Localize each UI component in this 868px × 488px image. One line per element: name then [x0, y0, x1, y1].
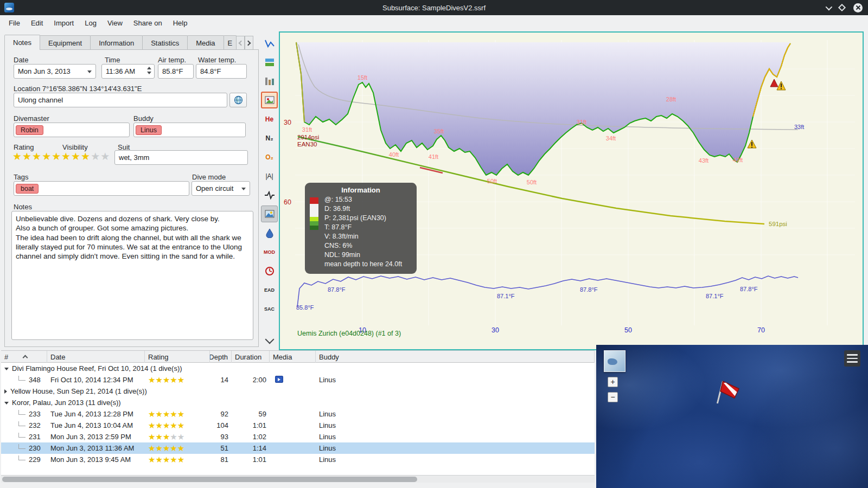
- menu-file[interactable]: File: [3, 15, 25, 31]
- map-zoom-out-button[interactable]: −: [608, 392, 618, 402]
- oxygen-toggle-button[interactable]: O₂: [261, 149, 278, 165]
- maximize-icon[interactable]: [838, 4, 846, 11]
- toolbar-scroll-down-icon[interactable]: [265, 335, 274, 344]
- visibility-stars[interactable]: ★★★★★: [61, 151, 110, 162]
- collapse-arrow-icon[interactable]: [4, 368, 9, 370]
- heartrate-toggle-button[interactable]: [261, 187, 278, 203]
- collapse-arrow-icon[interactable]: [4, 402, 9, 404]
- photos-toggle-button[interactable]: [261, 92, 278, 108]
- dive-mode-combobox[interactable]: Open circuit: [192, 181, 250, 196]
- rating-stars: ★★★★★: [145, 410, 210, 418]
- dive-row-230-selected[interactable]: 230 Mon Jun 3, 2013 11:36 AM ★★★★★ 51 1:…: [1, 442, 595, 454]
- dive-row-231[interactable]: 231 Mon Jun 3, 2013 2:59 PM ★★★★★ 93 1:0…: [1, 431, 595, 442]
- nitrogen-toggle-button[interactable]: N₂: [261, 130, 278, 146]
- depth-label: 50ft: [527, 179, 537, 185]
- trip-row-yellow-house[interactable]: Yellow House, Sun Sep 21, 2014 (1 dive(s…: [1, 386, 595, 397]
- suit-field[interactable]: [114, 150, 248, 165]
- tab-information[interactable]: Information: [90, 35, 143, 50]
- tree-branch: [18, 421, 25, 426]
- dive-computer-button[interactable]: [261, 35, 278, 52]
- depth-label: 35ft: [434, 128, 444, 134]
- dive-row-348[interactable]: 348 Fri Oct 10, 2014 12:34 PM ★★★★★ 14 2…: [1, 374, 595, 386]
- scrollbar-handle[interactable]: [2, 477, 417, 482]
- trip-row-divi-flamingo[interactable]: Divi Flamingo House Reef, Fri Oct 10, 20…: [1, 363, 595, 374]
- water-temp-field[interactable]: [196, 64, 247, 79]
- spin-up-icon[interactable]: [147, 67, 151, 69]
- dive-row-233[interactable]: 233 Tue Jun 4, 2013 12:28 PM ★★★★★ 92 59…: [1, 408, 595, 420]
- depth-tick-30: 30: [284, 119, 291, 126]
- menu-edit[interactable]: Edit: [25, 15, 48, 31]
- tissues-button[interactable]: [261, 73, 278, 89]
- date-combobox[interactable]: Mon Jun 3, 2013: [14, 64, 96, 79]
- dive-list-header: # Date Rating Depth Duration Media Buddy: [1, 351, 595, 363]
- dive-row-232[interactable]: 232 Tue Jun 4, 2013 10:04 AM ★★★★★ 104 1…: [1, 420, 595, 431]
- location-field[interactable]: [14, 93, 227, 107]
- column-header-date[interactable]: Date: [47, 351, 145, 363]
- tab-scroll-left-button[interactable]: [236, 36, 245, 50]
- air-temp-field[interactable]: [158, 64, 194, 79]
- trip-row-koror-palau[interactable]: Koror, Palau, Jun 2013 (11 dive(s)): [1, 397, 595, 408]
- sac-toggle-button[interactable]: SAC: [261, 300, 278, 317]
- tags-field[interactable]: boat: [14, 181, 189, 196]
- dive-flag-marker[interactable]: [711, 377, 744, 412]
- helium-toggle-button[interactable]: He: [261, 111, 278, 127]
- map-zoom-in-button[interactable]: +: [608, 377, 618, 387]
- subsurface-window: Subsurface: SampleDivesV2.ssrf File Edit…: [0, 0, 868, 488]
- close-icon[interactable]: [853, 3, 863, 12]
- menu-share-on[interactable]: Share on: [128, 15, 168, 31]
- column-header-rating[interactable]: Rating: [145, 351, 210, 363]
- hamburger-icon: [847, 354, 858, 356]
- tab-extra-clipped[interactable]: E: [224, 35, 237, 50]
- ink-drop-button[interactable]: [261, 224, 278, 241]
- buddy-chip[interactable]: Linus: [136, 125, 162, 135]
- dive-site-map[interactable]: + −: [596, 345, 868, 488]
- temp-label: 87.8°F: [740, 286, 758, 292]
- expand-arrow-icon[interactable]: [4, 389, 7, 394]
- rating-stars[interactable]: ★★★★★: [12, 151, 61, 162]
- ruler-toggle-button[interactable]: |A|: [261, 168, 278, 184]
- start-gas-label: EAN30: [297, 141, 317, 147]
- menu-view[interactable]: View: [102, 15, 128, 31]
- depth-tick-60: 60: [284, 198, 291, 206]
- tab-scroll-right-button[interactable]: [245, 36, 253, 50]
- notes-textarea[interactable]: Unbelievable dive. Dozens and dozens of …: [11, 211, 253, 340]
- mod-toggle-button[interactable]: MOD: [261, 243, 278, 260]
- tab-notes[interactable]: Notes: [4, 35, 40, 50]
- ceiling-button[interactable]: [261, 54, 278, 70]
- divemaster-chip[interactable]: Robin: [16, 125, 43, 135]
- column-header-duration[interactable]: Duration: [232, 351, 270, 363]
- media-icon[interactable]: [275, 376, 283, 383]
- depth-label: 43ft: [699, 157, 709, 164]
- picture-toggle-button[interactable]: [261, 206, 278, 222]
- time-spinbox[interactable]: 11:36 AM: [101, 64, 155, 79]
- column-header-num[interactable]: #: [1, 351, 47, 363]
- column-header-buddy[interactable]: Buddy: [316, 351, 595, 363]
- dive-profile[interactable]: 30 60 10 30 50 70 31ft 15ft 40ft 41ft 35…: [279, 31, 864, 350]
- minimap-inset[interactable]: [604, 350, 626, 372]
- depth-label: 34ft: [606, 135, 616, 142]
- tag-chip[interactable]: boat: [16, 184, 39, 194]
- tooltip-line: V: 8.3ft/min: [324, 232, 412, 241]
- column-header-media[interactable]: Media: [270, 351, 316, 363]
- menu-import[interactable]: Import: [48, 15, 79, 31]
- ndl-clock-button[interactable]: [261, 262, 278, 279]
- buddy-field[interactable]: Linus: [133, 123, 246, 137]
- time-tick-70: 70: [757, 326, 765, 334]
- tab-media[interactable]: Media: [187, 35, 224, 50]
- tab-statistics[interactable]: Statistics: [142, 35, 188, 50]
- globe-button[interactable]: [229, 93, 247, 107]
- globe-icon: [234, 95, 243, 105]
- rating-stars: ★★★★★: [145, 455, 210, 464]
- menu-log[interactable]: Log: [79, 15, 102, 31]
- divemaster-field[interactable]: Robin: [14, 123, 130, 137]
- menu-help[interactable]: Help: [168, 15, 193, 31]
- spin-down-icon[interactable]: [147, 72, 151, 74]
- column-header-depth[interactable]: Depth: [210, 351, 232, 363]
- tab-equipment[interactable]: Equipment: [40, 35, 91, 50]
- ead-toggle-button[interactable]: EAD: [261, 281, 278, 298]
- divemaster-label: Divemaster: [14, 114, 49, 123]
- dive-row-229[interactable]: 229 Mon Jun 3, 2013 9:45 AM ★★★★★ 81 1:0…: [1, 454, 595, 465]
- map-menu-button[interactable]: [844, 350, 860, 367]
- minimize-icon[interactable]: [826, 3, 833, 10]
- horizontal-scrollbar[interactable]: [1, 475, 595, 483]
